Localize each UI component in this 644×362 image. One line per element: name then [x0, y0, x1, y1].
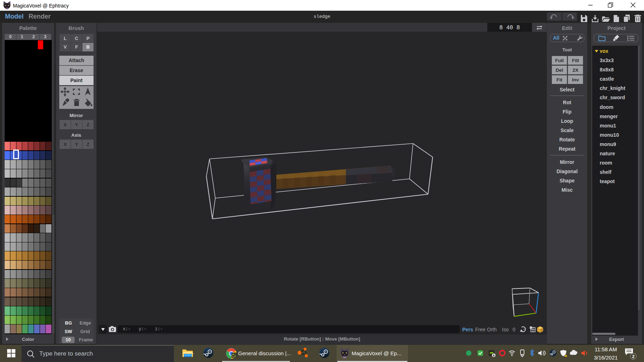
- svg-text:2: 2: [632, 354, 635, 359]
